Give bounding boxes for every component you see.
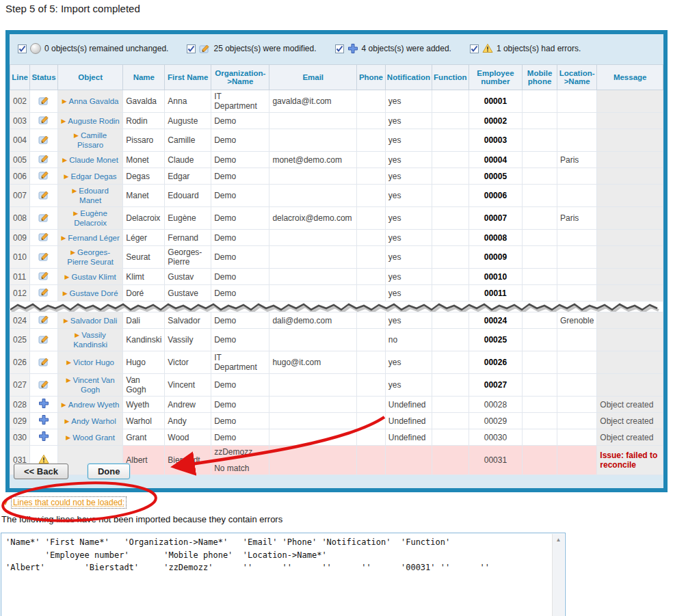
- modified-pencil-icon: [38, 270, 49, 281]
- object-link[interactable]: ▶Salvador Dali: [64, 317, 117, 325]
- first-name-cell: Fernand: [165, 230, 211, 246]
- summary-added-text: 4 objects(s) were added.: [362, 44, 451, 53]
- function-cell: [432, 329, 469, 351]
- summary-unchanged: 0 objects(s) remained unchanged.: [18, 43, 168, 54]
- errors-checkbox[interactable]: [470, 44, 479, 53]
- mobile-phone-cell: [523, 312, 557, 329]
- col-mobile-phone: Mobile phone: [523, 65, 557, 90]
- raw-lines-box[interactable]: 'Name*' 'First Name*' 'Organization->Nam…: [1, 533, 566, 616]
- object-link[interactable]: ▶Gustav Klimt: [65, 273, 116, 281]
- back-button[interactable]: << Back: [14, 464, 68, 479]
- summary-bar: 0 objects(s) remained unchanged. 25 obje…: [18, 43, 581, 54]
- unchanged-checkbox[interactable]: [18, 44, 27, 53]
- object-link[interactable]: ▶Vincent Van Gogh: [66, 376, 115, 394]
- message-cell: [597, 246, 663, 269]
- organization-cell: Demo: [211, 429, 269, 446]
- added-plus-icon: [38, 431, 49, 442]
- email-cell: gavalda@it.com: [269, 90, 357, 113]
- status-cell: [30, 185, 58, 207]
- added-plus-icon: [38, 398, 49, 409]
- object-link[interactable]: ▶Camille Pissaro: [74, 131, 107, 149]
- col-status: Status: [30, 65, 58, 90]
- email-cell: [269, 246, 357, 269]
- arrow-bullet-icon: ▶: [72, 187, 77, 194]
- mobile-phone-cell: [523, 185, 557, 207]
- modified-pencil-icon: [38, 231, 49, 242]
- table-row: 027 ▶Vincent Van Gogh Van Gogh Vincent D…: [10, 374, 663, 397]
- organization-cell: Demo: [211, 185, 269, 207]
- employee-number-cell: 00002: [469, 113, 523, 129]
- object-link[interactable]: ▶Edgar Degas: [64, 172, 117, 180]
- line-cell: 010: [10, 246, 30, 269]
- phone-cell: [357, 269, 386, 285]
- notification-cell: yes: [385, 246, 432, 269]
- status-cell: [30, 230, 58, 246]
- status-cell: [30, 397, 58, 413]
- col-name: Name: [123, 65, 165, 90]
- object-link[interactable]: ▶Gustave Doré: [63, 289, 118, 297]
- table-row: 011 ▶Gustav Klimt Klimt Gustav Demo yes …: [10, 269, 663, 285]
- employee-number-cell: 00031: [469, 446, 523, 475]
- table-row: 024 ▶Salvador Dali Dali Salvador Demo da…: [10, 312, 663, 329]
- object-link[interactable]: ▶Anna Gavalda: [62, 97, 119, 105]
- mobile-phone-cell: [523, 446, 557, 475]
- object-link[interactable]: ▶Eugène Delacroix: [73, 209, 107, 227]
- object-link[interactable]: ▶Georges-Pierre Seurat: [67, 248, 114, 266]
- col-location: Location->Name: [557, 65, 596, 90]
- organization-cell: IT Department: [211, 351, 269, 374]
- tear-cell: [10, 302, 663, 312]
- raw-box-scrollbar[interactable]: ▲: [552, 534, 564, 616]
- employee-number-cell: 00030: [469, 429, 523, 446]
- notification-cell: [385, 446, 432, 475]
- location-cell: Grenoble: [557, 312, 596, 329]
- phone-cell: [357, 246, 386, 269]
- phone-cell: [357, 351, 386, 374]
- name-cell: Wyeth: [123, 397, 165, 413]
- phone-cell: [357, 129, 386, 152]
- modified-pencil-icon: [38, 251, 49, 262]
- status-cell: [30, 351, 58, 374]
- line-cell: 008: [10, 207, 30, 230]
- line-cell: 025: [10, 329, 30, 351]
- object-link[interactable]: ▶Fernand Léger: [61, 234, 119, 242]
- object-cell: ▶Salvador Dali: [57, 312, 122, 329]
- object-link[interactable]: ▶Andy Warhol: [64, 417, 116, 425]
- object-cell: ▶Camille Pissaro: [57, 129, 122, 152]
- function-cell: [432, 152, 469, 168]
- function-cell: [432, 429, 469, 446]
- name-cell: Manet: [123, 185, 165, 207]
- status-cell: [30, 269, 58, 285]
- page-title: Step 5 of 5: Import completed: [5, 3, 140, 14]
- name-cell: Hugo: [123, 351, 165, 374]
- function-cell: [432, 285, 469, 302]
- status-cell: [30, 207, 58, 230]
- notification-cell: yes: [385, 269, 432, 285]
- lines-not-loaded-link[interactable]: Lines that could not be loaded:: [12, 497, 126, 508]
- object-link[interactable]: ▶Edouard Manet: [72, 187, 108, 204]
- message-cell: [597, 185, 663, 207]
- location-cell: [557, 185, 596, 207]
- object-link[interactable]: ▶Wood Grant: [66, 433, 115, 442]
- line-cell: 011: [10, 269, 30, 285]
- function-cell: [432, 374, 469, 397]
- object-link[interactable]: ▶Victor Hugo: [66, 358, 114, 366]
- done-button[interactable]: Done: [88, 464, 131, 479]
- added-checkbox[interactable]: [335, 44, 344, 53]
- table-row: 030 ▶Wood Grant Grant Wood Demo Undefine…: [10, 429, 663, 446]
- object-link[interactable]: ▶Andrew Wyeth: [62, 401, 120, 409]
- modified-checkbox[interactable]: [187, 44, 196, 53]
- notification-cell: Undefined: [385, 397, 432, 413]
- location-cell: [557, 429, 596, 446]
- modified-pencil-icon: [38, 189, 49, 200]
- email-cell: monet@demo.com: [269, 152, 357, 168]
- employee-number-cell: 00007: [469, 207, 523, 230]
- organization-cell: Demo: [211, 168, 269, 185]
- scroll-up-icon[interactable]: ▲: [553, 534, 564, 546]
- object-link[interactable]: ▶Auguste Rodin: [61, 117, 119, 125]
- object-link[interactable]: ▶Vassily Kandinski: [73, 331, 107, 349]
- employee-number-cell: 00027: [469, 374, 523, 397]
- arrow-bullet-icon: ▶: [74, 132, 79, 139]
- object-link[interactable]: ▶Claude Monet: [62, 156, 118, 164]
- phone-cell: [357, 329, 386, 351]
- table-row: 006 ▶Edgar Degas Degas Edgar Demo yes 00…: [10, 168, 663, 185]
